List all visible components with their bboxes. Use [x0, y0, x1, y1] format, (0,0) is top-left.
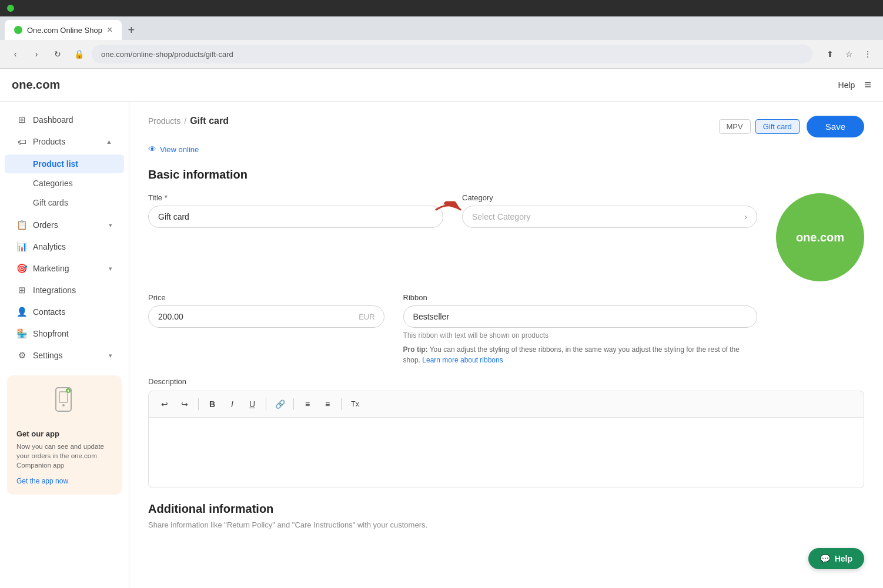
- sidebar-item-label: Shopfront: [33, 329, 69, 338]
- sidebar-item-label: Marketing: [33, 264, 69, 273]
- ordered-list-button[interactable]: ≡: [299, 396, 316, 412]
- browser-dot-green: [7, 5, 14, 12]
- sidebar-item-products[interactable]: 🏷 Products ▲: [5, 131, 124, 152]
- learn-more-link[interactable]: Learn more about ribbons: [422, 356, 503, 364]
- new-tab-button[interactable]: +: [122, 20, 141, 40]
- additional-info-title: Additional information: [148, 502, 864, 516]
- sidebar-item-integrations[interactable]: ⊞ Integrations: [5, 280, 124, 301]
- shopfront-icon: 🏪: [16, 328, 27, 339]
- price-input-wrapper: EUR: [148, 305, 384, 328]
- category-label: Category: [462, 193, 757, 202]
- help-link[interactable]: Help: [838, 80, 855, 90]
- tab-favicon: [14, 26, 22, 34]
- bold-button[interactable]: B: [203, 396, 221, 412]
- sidebar-item-dashboard[interactable]: ⊞ Dashboard: [5, 109, 124, 130]
- pro-tip-text: Pro tip: You can adjust the styling of t…: [403, 344, 757, 365]
- settings-icon: ⚙: [16, 350, 27, 361]
- link-button[interactable]: 🔗: [271, 396, 289, 412]
- bookmark-icon[interactable]: ☆: [841, 46, 857, 62]
- view-online-link[interactable]: View online: [160, 145, 199, 154]
- sidebar-item-contacts[interactable]: 👤 Contacts: [5, 301, 124, 322]
- tab-close-button[interactable]: ×: [107, 25, 112, 35]
- toolbar-separator-3: [293, 398, 294, 410]
- phone-icon: ✦: [47, 385, 82, 420]
- ribbon-group: Ribbon This ribbon with text will be sho…: [403, 293, 757, 365]
- sidebar-item-analytics[interactable]: 📊 Analytics: [5, 236, 124, 257]
- address-bar-input[interactable]: [92, 45, 812, 63]
- product-logo-text: one.com: [796, 231, 844, 244]
- product-logo-circle: one.com: [776, 193, 864, 281]
- basic-info-title: Basic information: [148, 168, 864, 182]
- browser-tab[interactable]: One.com Online Shop ×: [5, 20, 122, 40]
- description-label: Description: [148, 377, 864, 386]
- svg-point-2: [62, 404, 65, 406]
- title-input[interactable]: [148, 206, 443, 228]
- sidebar-item-settings[interactable]: ⚙ Settings ▾: [5, 345, 124, 366]
- app-header: one.com Help ≡: [0, 69, 883, 102]
- sidebar-item-product-list[interactable]: Product list: [5, 154, 124, 173]
- sidebar-item-label: Integrations: [33, 285, 76, 295]
- category-group: Category Select Category ›: [462, 193, 757, 228]
- sidebar-item-gift-cards[interactable]: Gift cards: [5, 193, 124, 212]
- category-select[interactable]: Select Category ›: [462, 206, 757, 228]
- back-button[interactable]: ‹: [7, 46, 24, 62]
- view-online-row: 👁 View online: [148, 145, 864, 154]
- sidebar-item-marketing[interactable]: 🎯 Marketing ▾: [5, 258, 124, 279]
- sidebar-item-orders[interactable]: 📋 Orders ▾: [5, 214, 124, 236]
- sidebar: ⊞ Dashboard 🏷 Products ▲ Product list Ca…: [0, 102, 129, 588]
- undo-button[interactable]: ↩: [156, 396, 173, 412]
- price-label: Price: [148, 293, 384, 302]
- description-section: Description ↩ ↪ B I U 🔗 ≡ ≡ Tx: [148, 377, 864, 488]
- breadcrumb-separator: /: [184, 116, 186, 126]
- products-icon: 🏷: [16, 136, 27, 147]
- promo-description: Now you can see and update your orders i…: [16, 442, 112, 470]
- sidebar-item-label: Dashboard: [33, 115, 73, 125]
- clear-format-button[interactable]: Tx: [346, 396, 364, 412]
- analytics-icon: 📊: [16, 241, 27, 252]
- title-category-row: Title * Category Select Category ›: [148, 193, 864, 281]
- redo-button[interactable]: ↪: [176, 396, 193, 412]
- tab-title: One.com Online Shop: [27, 26, 102, 35]
- integrations-icon: ⊞: [16, 285, 27, 295]
- sidebar-item-shopfront[interactable]: 🏪 Shopfront: [5, 323, 124, 344]
- promo-box: ✦ Get our app Now you can see and update…: [7, 375, 122, 495]
- help-float-label: Help: [835, 554, 852, 563]
- tabs-row: MPV Gift card: [719, 119, 800, 134]
- breadcrumb-parent[interactable]: Products: [148, 116, 180, 126]
- sidebar-item-categories[interactable]: Categories: [5, 174, 124, 193]
- price-ribbon-row: Price EUR Ribbon This ribbon with text w…: [148, 293, 864, 365]
- svg-text:✦: ✦: [66, 389, 70, 393]
- save-button[interactable]: Save: [807, 116, 864, 137]
- reload-button[interactable]: ↻: [49, 46, 66, 62]
- toolbar-separator-1: [198, 398, 199, 410]
- share-icon[interactable]: ⬆: [822, 46, 838, 62]
- additional-info-desc: Share information like "Return Policy" a…: [148, 520, 864, 529]
- help-float-button[interactable]: 💬 Help: [808, 548, 864, 569]
- title-label: Title *: [148, 193, 443, 202]
- category-chevron-icon: ›: [744, 212, 747, 221]
- settings-chevron-icon: ▾: [109, 352, 112, 359]
- products-chevron-icon: ▲: [106, 138, 112, 145]
- unordered-list-button[interactable]: ≡: [319, 396, 336, 412]
- title-group: Title *: [148, 193, 443, 228]
- price-input[interactable]: [148, 305, 384, 328]
- breadcrumb: Products / Gift card: [148, 116, 229, 126]
- underline-button[interactable]: U: [243, 396, 261, 412]
- help-float-icon: 💬: [820, 554, 830, 563]
- lock-icon: 🔒: [71, 46, 87, 62]
- more-options-icon[interactable]: ⋮: [859, 46, 876, 62]
- promo-cta-link[interactable]: Get the app now: [16, 477, 68, 485]
- description-editor[interactable]: [148, 418, 864, 488]
- tab-gift-card[interactable]: Gift card: [755, 119, 800, 134]
- italic-button[interactable]: I: [223, 396, 241, 412]
- ribbon-input[interactable]: [403, 305, 757, 328]
- hamburger-menu-icon[interactable]: ≡: [864, 78, 871, 92]
- sidebar-item-label: Analytics: [33, 242, 66, 251]
- breadcrumb-current: Gift card: [190, 116, 229, 126]
- category-placeholder: Select Category: [472, 212, 531, 221]
- marketing-icon: 🎯: [16, 263, 27, 274]
- tab-mpv[interactable]: MPV: [719, 119, 751, 134]
- forward-button[interactable]: ›: [28, 46, 45, 62]
- sidebar-item-label: Products: [33, 137, 65, 146]
- contacts-icon: 👤: [16, 307, 27, 317]
